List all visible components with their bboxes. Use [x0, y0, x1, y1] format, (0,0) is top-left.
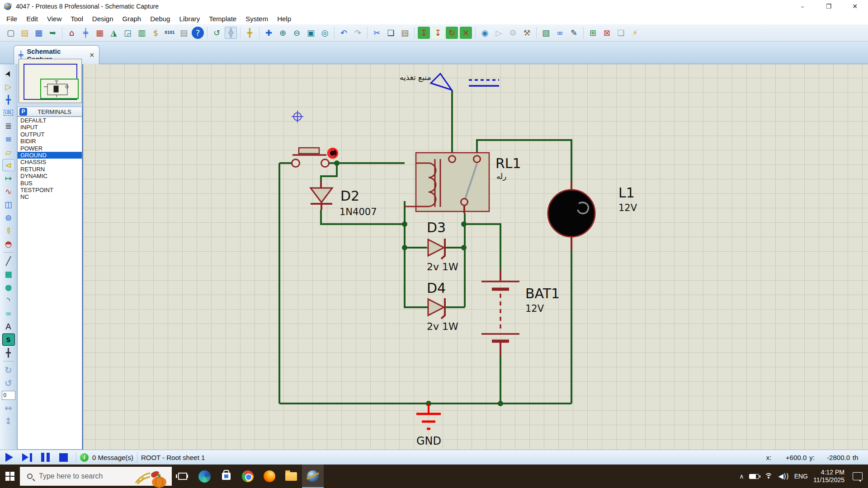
taskbar-clock[interactable]: 4:12 PM 11/15/2025 [813, 469, 844, 484]
simulate-stop-button[interactable] [56, 451, 71, 463]
source-code-icon[interactable]: 0101 [164, 27, 176, 39]
battery-icon[interactable] [749, 474, 759, 479]
save-project-icon[interactable]: ▦ [33, 27, 45, 39]
terminal-mode-icon[interactable]: ⊲ [2, 159, 15, 171]
menu-item[interactable]: View [42, 14, 66, 24]
mirror-vertical-icon[interactable]: ↕ [2, 415, 15, 427]
redo-icon[interactable]: ↷ [352, 27, 364, 39]
help-icon[interactable]: ? [192, 27, 204, 39]
hidden-icons-chevron[interactable]: ∧ [739, 473, 744, 480]
menu-item[interactable]: Edit [22, 14, 42, 24]
task-view-button[interactable] [172, 465, 193, 488]
subcircuit-icon[interactable]: ▱ [2, 146, 15, 158]
message-info-icon[interactable]: i [80, 453, 89, 462]
device-pin-icon[interactable]: ↦ [2, 172, 15, 184]
terminal-list-item[interactable]: NC [18, 193, 82, 200]
pick-devices-button[interactable]: P [19, 108, 27, 116]
terminal-list-item[interactable]: CHASSIS [18, 159, 82, 165]
rotate-ccw-icon[interactable]: ↺ [2, 377, 15, 389]
instrument-icon[interactable]: ◓ [2, 238, 15, 250]
chrome-taskbar-button[interactable] [237, 465, 259, 488]
text-script-icon[interactable]: ≣ [2, 120, 15, 132]
3d-visualizer-icon[interactable]: ◮ [108, 27, 120, 39]
push-button[interactable] [292, 148, 338, 167]
ground-terminal[interactable]: GND [416, 404, 441, 447]
block-move-icon[interactable]: ↧ [432, 27, 444, 39]
overview-minimap[interactable] [19, 59, 82, 103]
diode-d4[interactable]: D4 2v 1W [427, 280, 458, 332]
menu-item[interactable]: System [241, 14, 273, 24]
menu-item[interactable]: Tool [66, 14, 88, 24]
zoom-all-icon[interactable]: ◎ [319, 27, 331, 39]
terminal-list-item[interactable]: BIDIR [18, 138, 82, 145]
proteus-taskbar-button[interactable] [302, 465, 324, 488]
rotation-angle-input[interactable]: 0 [2, 391, 15, 400]
schematic-canvas[interactable]: RL1 رله D2 1N4007 [83, 64, 868, 450]
bus-mode-icon[interactable]: ≡ [2, 133, 15, 145]
2d-circle-icon[interactable]: ● [2, 281, 15, 293]
menu-item[interactable]: File [2, 14, 22, 24]
terminal-list-item[interactable]: DYNAMIC [18, 173, 82, 179]
notification-center-icon[interactable] [853, 472, 863, 480]
home-page-icon[interactable]: ⌂ [66, 27, 78, 39]
terminal-list-item[interactable]: POWER [18, 145, 82, 152]
menu-item[interactable]: Library [175, 14, 204, 24]
make-device-icon[interactable]: ⚙ [507, 27, 519, 39]
rotate-cw-icon[interactable]: ↻ [2, 364, 15, 376]
new-sheet-icon[interactable]: ⊞ [587, 27, 599, 39]
2d-path-icon[interactable]: ∞ [2, 307, 15, 319]
gerber-viewer-icon[interactable]: ◲ [122, 27, 134, 39]
explorer-taskbar-button[interactable] [280, 465, 302, 488]
start-button[interactable] [0, 465, 20, 488]
schematic-capture-icon[interactable]: ╪ [80, 27, 92, 39]
2d-line-icon[interactable]: ╱ [2, 255, 15, 267]
search-tag-icon[interactable]: ∞ [554, 27, 566, 39]
tape-recorder-icon[interactable]: ◫ [2, 198, 15, 211]
menu-item[interactable]: Graph [118, 14, 146, 24]
2d-text-icon[interactable]: A [2, 320, 15, 333]
component-mode-icon[interactable]: ▷ [2, 80, 15, 93]
simulate-step-button[interactable] [19, 451, 35, 463]
tab-close-icon[interactable]: ✕ [89, 52, 94, 59]
taskbar-search[interactable]: Type here to search [20, 467, 172, 486]
menu-item[interactable]: Template [204, 14, 241, 24]
relay-rl1[interactable]: RL1 رله [405, 153, 521, 213]
wires[interactable] [279, 90, 571, 404]
voltage-probe-icon[interactable]: ✎ [2, 225, 15, 237]
goto-sheet-icon[interactable]: ◉ [479, 27, 491, 39]
design-explorer-icon[interactable]: ▥ [136, 27, 148, 39]
edge-taskbar-button[interactable] [193, 465, 215, 488]
minimize-button[interactable]: – [789, 0, 816, 13]
zoom-in-icon[interactable]: ⊕ [277, 27, 289, 39]
terminal-list-item[interactable]: TESTPOINT [18, 187, 82, 193]
cut-icon[interactable]: ✂ [371, 27, 383, 39]
close-project-icon[interactable]: ➥ [47, 27, 59, 39]
simulate-play-button[interactable] [1, 451, 17, 463]
terminal-list-item[interactable]: OUTPUT [18, 131, 82, 138]
add-device-icon[interactable]: ▷ [493, 27, 505, 39]
block-delete-icon[interactable]: ✕ [460, 27, 472, 39]
paste-icon[interactable]: ▤ [399, 27, 411, 39]
terminal-list-item[interactable]: INPUT [18, 124, 82, 131]
property-assignment-icon[interactable]: ✎ [568, 27, 580, 39]
exit-parent-sheet-icon[interactable]: ❏ [615, 27, 627, 39]
terminal-list-item[interactable]: BUS [18, 180, 82, 187]
undo-icon[interactable]: ↶ [338, 27, 350, 39]
firefox-taskbar-button[interactable] [259, 465, 280, 488]
simulate-pause-button[interactable] [38, 451, 53, 463]
maximize-button[interactable]: ❐ [816, 0, 842, 13]
menu-item[interactable]: Debug [146, 14, 175, 24]
selection-pointer-icon[interactable]: ➤ [2, 67, 15, 80]
origin-icon[interactable]: ╋ [244, 27, 256, 39]
lamp-l1[interactable]: L1 12V [548, 181, 637, 250]
mirror-horizontal-icon[interactable]: ↔ [2, 402, 15, 414]
erc-report-icon[interactable]: ⚡ [629, 27, 641, 39]
redraw-icon[interactable]: ↺ [211, 27, 223, 39]
project-notes-icon[interactable]: ▤ [178, 27, 190, 39]
terminal-list-item[interactable]: DEFAULT [18, 117, 82, 124]
new-project-icon[interactable]: ▢ [5, 27, 17, 39]
wifi-icon[interactable] [764, 473, 773, 479]
store-taskbar-button[interactable] [215, 465, 237, 488]
copy-icon[interactable]: ❏ [385, 27, 397, 39]
language-indicator[interactable]: ENG [794, 473, 808, 480]
